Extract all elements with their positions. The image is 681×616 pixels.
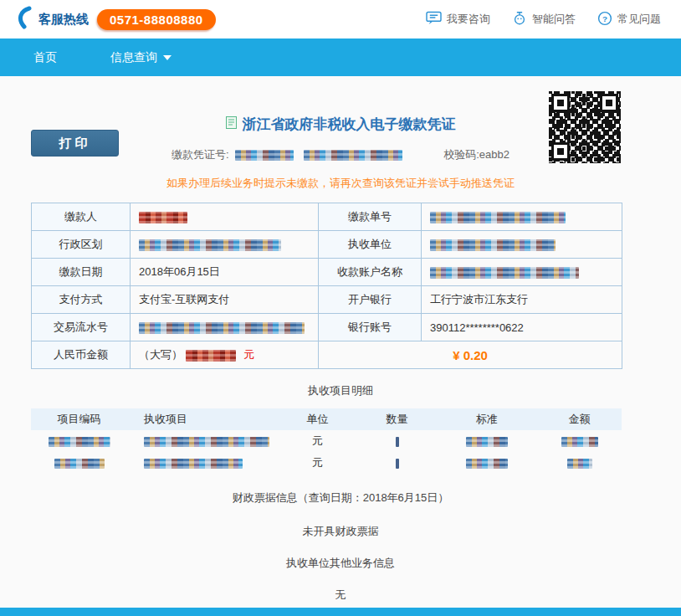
field-value-txn-no <box>131 314 319 341</box>
detail-col-project: 执收项目 <box>127 408 278 430</box>
field-value-agency <box>422 231 622 259</box>
print-button[interactable]: 打印 <box>31 130 119 157</box>
voucher-no-redacted-2 <box>304 150 402 161</box>
warning-text: 如果办理后续业务时提示未缴款，请再次查询该凭证并尝试手动推送凭证 <box>0 176 681 191</box>
smart-qa-label: 智能问答 <box>532 12 576 27</box>
table-row: 缴款日期 2018年06月15日 收款账户名称 <box>32 259 622 286</box>
detail-code <box>31 452 127 474</box>
amount-words-prefix: （大写） <box>139 348 182 361</box>
detail-qty <box>357 452 437 474</box>
region-redacted <box>139 239 281 251</box>
nav-home[interactable]: 首页 <box>33 50 57 65</box>
standard-redacted <box>466 437 508 447</box>
payer-redacted <box>139 212 187 223</box>
detail-col-unit: 单位 <box>278 408 357 430</box>
voucher-no-label: 缴款凭证号: <box>172 148 229 161</box>
qr-finder-top-right <box>600 94 618 112</box>
table-row: 人民币金额 （大写） 元 ¥ 0.20 <box>32 341 622 369</box>
consult-link[interactable]: 我要咨询 <box>426 11 490 28</box>
detail-amount <box>537 430 622 452</box>
detail-unit: 元 <box>278 452 357 474</box>
qty-redacted <box>396 459 399 469</box>
field-label-agency: 执收单位 <box>319 231 422 259</box>
detail-col-qty: 数量 <box>357 408 437 430</box>
field-label-pay-method: 支付方式 <box>32 286 131 314</box>
field-label-order-no: 缴款单号 <box>319 203 422 231</box>
svg-text:?: ? <box>602 13 607 23</box>
field-label-region: 行政区划 <box>32 231 131 259</box>
chevron-down-icon <box>163 55 172 60</box>
detail-col-standard: 标准 <box>437 408 537 430</box>
field-value-region <box>131 231 319 259</box>
fiscal-info-line: 财政票据信息（查询日期：2018年6月15日） <box>0 490 681 506</box>
qty-redacted <box>396 437 399 447</box>
amount-value: ¥ 0.20 <box>453 348 488 362</box>
field-value-pay-method: 支付宝-互联网支付 <box>131 286 319 314</box>
amount-words-redacted <box>186 350 236 362</box>
detail-amount <box>537 452 622 474</box>
txn-no-redacted <box>139 322 305 334</box>
agency-redacted <box>430 239 556 251</box>
order-no-redacted <box>430 212 566 223</box>
detail-table: 项目编码 执收项目 单位 数量 标准 金额 元 <box>31 408 622 474</box>
detail-row: 元 <box>31 452 622 474</box>
detail-col-amount: 金额 <box>537 408 622 430</box>
detail-project <box>127 452 278 474</box>
table-row: 行政区划 执收单位 <box>32 231 622 259</box>
checksum-value: eabb2 <box>479 148 509 161</box>
field-value-pay-date: 2018年06月15日 <box>131 259 319 286</box>
standard-redacted <box>466 459 508 469</box>
faq-label: 常见问题 <box>617 12 661 27</box>
field-label-pay-date: 缴款日期 <box>32 259 131 286</box>
table-row: 交易流水号 银行账号 390112********0622 <box>32 314 622 341</box>
detail-header-row: 项目编码 执收项目 单位 数量 标准 金额 <box>31 408 622 430</box>
nav-info-query[interactable]: 信息查询 <box>110 50 172 65</box>
qr-finder-top-left <box>551 94 570 112</box>
smart-qa-link[interactable]: 智能问答 <box>512 10 576 28</box>
amount-redacted <box>567 459 592 469</box>
amount-words-suffix: 元 <box>243 348 254 361</box>
detail-code <box>31 430 127 452</box>
field-label-txn-no: 交易流水号 <box>32 314 131 341</box>
detail-project <box>127 430 278 452</box>
detail-col-code: 项目编码 <box>31 408 127 430</box>
field-value-payer <box>131 203 319 231</box>
page: 客服热线 0571-88808880 我要咨询 智能问答 ? 常见问题 <box>0 0 681 616</box>
field-label-payer: 缴款人 <box>32 203 131 231</box>
field-value-amount: ¥ 0.20 <box>319 341 622 369</box>
detail-row: 元 <box>31 430 622 452</box>
nav-info-query-label: 信息查询 <box>110 50 157 65</box>
content: 打印 浙江省政府非税收入电子缴款凭证 缴款凭证号: 校验码:eabb2 如果办理… <box>0 76 681 616</box>
detail-qty <box>357 430 437 452</box>
qr-finder-bottom-left <box>551 142 570 161</box>
no-ticket-line: 未开具财政票据 <box>0 524 681 539</box>
field-label-bank-account: 银行账号 <box>319 314 422 341</box>
field-value-rmb-words: （大写） 元 <box>131 341 319 369</box>
field-label-bank: 开户银行 <box>319 286 422 314</box>
detail-unit: 元 <box>278 430 357 452</box>
top-links: 我要咨询 智能问答 ? 常见问题 <box>426 10 666 28</box>
checksum-label: 校验码: <box>443 148 479 161</box>
field-value-bank: 工行宁波市江东支行 <box>422 286 622 314</box>
qr-code <box>549 91 621 163</box>
code-redacted <box>54 459 105 469</box>
detail-standard <box>437 452 537 474</box>
voucher-no-redacted <box>235 150 294 161</box>
project-redacted <box>144 459 243 469</box>
question-icon: ? <box>597 11 612 28</box>
footer-strip <box>0 608 681 616</box>
page-title: 浙江省政府非税收入电子缴款凭证 <box>243 115 456 134</box>
hotline-label: 客服热线 <box>38 12 89 28</box>
faq-link[interactable]: ? 常见问题 <box>597 11 661 28</box>
top-bar: 客服热线 0571-88808880 我要咨询 智能问答 ? 常见问题 <box>0 0 681 38</box>
document-icon <box>226 116 237 132</box>
table-row: 缴款人 缴款单号 <box>32 203 622 231</box>
field-value-bank-account: 390112********0622 <box>422 314 622 341</box>
account-name-redacted <box>430 267 579 279</box>
project-redacted <box>144 437 269 447</box>
code-redacted <box>49 437 110 447</box>
chat-icon <box>426 11 442 28</box>
other-business-value: 无 <box>0 588 681 603</box>
phone-icon <box>15 6 33 33</box>
robot-icon <box>512 10 527 28</box>
